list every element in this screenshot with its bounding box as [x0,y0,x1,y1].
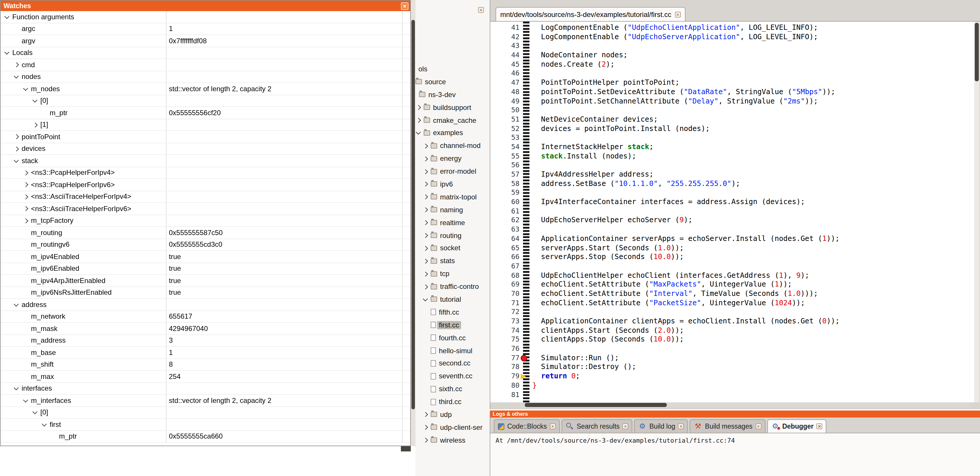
watch-row[interactable]: Locals [1,47,410,59]
collapse-icon[interactable] [32,410,38,415]
code-line[interactable]: PointToPointHelper pointToPoint; [532,78,840,88]
tree-item-first-cc[interactable]: first.cc [415,319,490,332]
watch-row[interactable]: cmd [1,59,410,71]
code-line[interactable] [532,262,840,271]
expand-icon[interactable] [415,117,422,123]
code-line[interactable]: return 0; [532,372,840,381]
code-line[interactable]: echoClient.SetAttribute ("PacketSize", U… [532,299,840,308]
editor-vertical-scrollbar[interactable] [974,22,979,403]
watches-titlebar[interactable]: Watches × [1,1,410,11]
watch-row[interactable]: <ns3::PcapHelperForIpv4> [1,167,410,179]
expand-icon[interactable] [423,425,428,430]
collapse-icon[interactable] [423,297,428,302]
tab-close-icon[interactable]: × [678,423,684,429]
watches-close-icon[interactable]: × [401,2,409,10]
collapse-icon[interactable] [4,14,10,20]
tree-item-routing[interactable]: routing [415,229,490,242]
expand-icon[interactable] [423,258,428,264]
collapse-icon[interactable] [13,74,19,80]
watch-row[interactable]: m_base1 [1,347,410,359]
scrollbar-thumb[interactable] [525,403,667,407]
code-line[interactable] [532,344,840,353]
code-line[interactable]: UdpEchoServerHelper echoServer (9); [532,216,840,225]
code-line[interactable] [532,390,840,399]
code-line[interactable]: ApplicationContainer serverApps = echoSe… [532,235,840,244]
tree-item-second-cc[interactable]: second.cc [415,357,490,370]
code-line[interactable]: serverApps.Start (Seconds (1.0)); [532,244,840,252]
code-line[interactable]: InternetStackHelper stack; [532,143,840,152]
tree-item-matrix-topol[interactable]: matrix-topol [415,191,490,203]
code-editor[interactable]: 4142434445464748495051525354555657585960… [490,22,975,403]
expand-icon[interactable] [23,194,29,200]
code-line[interactable] [532,188,840,198]
tree-item-seventh-cc[interactable]: seventh.cc [415,370,490,383]
collapse-icon[interactable] [4,50,10,56]
collapse-icon[interactable] [41,422,47,428]
watches-vertical-scrollbar[interactable] [411,0,415,446]
code-line[interactable]: LogComponentEnable ("UdpEchoClientApplic… [532,23,840,32]
code-line[interactable]: LogComponentEnable ("UdpEchoServerApplic… [532,32,840,42]
watch-row[interactable]: m_ipv4ArpJitterEnabledtrue [1,275,410,287]
code-line[interactable]: echoClient.SetAttribute ("Interval", Tim… [532,289,840,299]
watch-row[interactable]: devices [1,143,410,155]
tree-item-stats[interactable]: stats [415,255,490,268]
expand-icon[interactable] [13,134,19,140]
watch-row[interactable]: m_ipv6Enabledtrue [1,263,410,275]
tree-item-ols[interactable]: ols [415,62,490,75]
watch-row[interactable]: m_shift8 [1,359,410,371]
editor-tab[interactable]: mnt/dev/tools/source/ns-3-dev/examples/t… [496,7,686,21]
code-line[interactable]: serverApps.Stop (Seconds (10.0)); [532,252,840,262]
watch-row[interactable]: m_ptr0x5555555ca660 [1,431,410,442]
watch-row[interactable]: m_ipv6NsRsJitterEnabledtrue [1,287,410,299]
tree-item-fourth-cc[interactable]: fourth.cc [415,331,490,344]
logs-tab-debugger[interactable]: ⚙Debugger× [767,419,826,433]
tree-item-error-model[interactable]: error-model [415,165,490,178]
watch-row[interactable]: m_ptr0x55555556cf20 [1,107,410,119]
watch-row[interactable]: stack [1,155,410,167]
code-line[interactable]: NetDeviceContainer devices; [532,115,840,124]
watch-row[interactable]: m_tcpFactory [1,215,410,227]
expand-icon[interactable] [423,245,428,251]
watch-row[interactable]: m_interfacesstd::vector of length 2, cap… [1,395,410,407]
expand-icon[interactable] [423,155,428,161]
code-line[interactable] [532,308,840,317]
code-line[interactable]: NodeContainer nodes; [532,51,840,60]
tree-item-socket[interactable]: socket [415,242,490,255]
watch-row[interactable]: [1] [1,119,410,131]
watch-row[interactable]: m_routing0x555555587c50 [1,227,410,239]
watch-row[interactable]: m_network655617 [1,311,410,323]
tree-item-ns-3-dev[interactable]: ns-3-dev [415,88,490,101]
tab-close-icon[interactable]: × [623,423,628,429]
collapse-icon[interactable] [23,398,29,404]
code-line[interactable]: pointToPoint.SetDeviceAttribute ("DataRa… [532,88,840,97]
code-line[interactable]: nodes.Create (2); [532,60,840,69]
collapse-icon[interactable] [13,158,19,164]
code-line[interactable]: } [532,381,840,390]
tab-close-icon[interactable]: × [755,423,761,429]
expand-icon[interactable] [423,220,428,225]
watch-row[interactable]: m_ipv4Enabledtrue [1,251,410,263]
expand-icon[interactable] [423,194,428,200]
tab-close-icon[interactable]: × [550,423,556,429]
logs-tab-build-messages[interactable]: ⚒Build messages× [690,419,765,433]
scrollbar-thumb[interactable] [411,20,415,409]
watch-row[interactable]: interfaces [1,383,410,395]
code-line[interactable]: ApplicationContainer clientApps = echoCl… [532,317,840,326]
code-line[interactable]: Simulator::Run (); [532,354,840,363]
tree-item-cmake-cache[interactable]: cmake_cache [415,114,490,126]
expand-icon[interactable] [423,438,428,443]
tree-item-channel-mod[interactable]: channel-mod [415,139,490,152]
collapse-icon[interactable] [23,86,29,92]
watch-row[interactable]: pointToPoint [1,131,410,143]
watch-row[interactable]: m_address3 [1,335,410,347]
expand-icon[interactable] [423,181,428,187]
tree-item-energy[interactable]: energy [415,152,490,165]
tree-item-udp[interactable]: udp [415,408,490,421]
code-line[interactable]: devices = pointToPoint.Install (nodes); [532,124,840,133]
tree-item-traffic-contro[interactable]: traffic-contro [415,280,490,293]
expand-icon[interactable] [423,284,428,289]
tree-item-hello-simul[interactable]: hello-simul [415,344,490,357]
tree-item-tutorial[interactable]: tutorial [415,293,490,306]
code-line[interactable] [532,207,840,216]
expand-icon[interactable] [423,412,428,417]
